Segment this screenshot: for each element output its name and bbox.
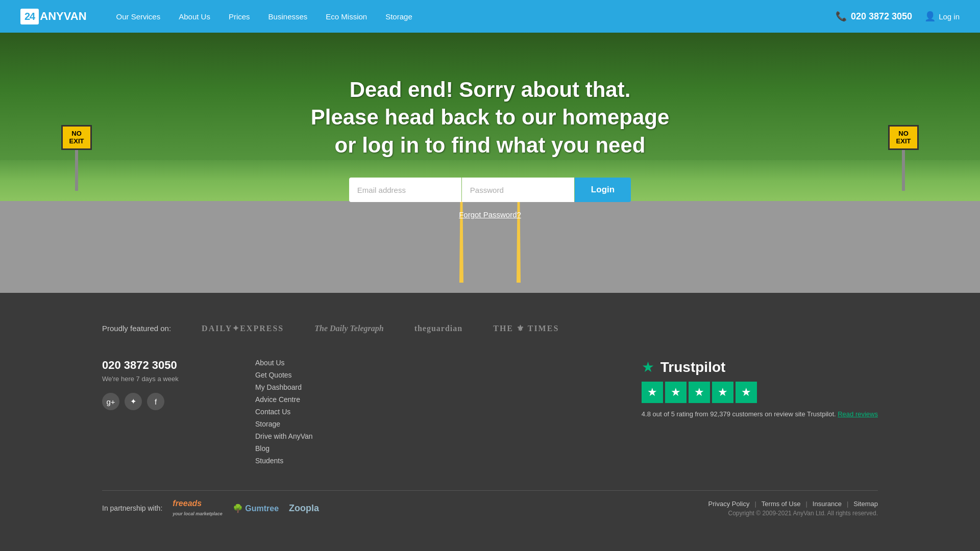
nav-about-us[interactable]: About Us <box>169 0 219 33</box>
nav-storage[interactable]: Storage <box>376 0 422 33</box>
logo[interactable]: 24 ANYVAN <box>20 9 87 24</box>
logo-box: 24 <box>20 9 39 24</box>
nav-eco-mission[interactable]: Eco Mission <box>316 0 376 33</box>
tp-star-1: ★ <box>642 382 663 403</box>
password-input[interactable] <box>462 178 574 202</box>
legal-links: Privacy Policy | Terms of Use | Insuranc… <box>708 500 878 508</box>
footer-link-drive[interactable]: Drive with AnyVan <box>255 432 313 440</box>
login-label: Log in <box>939 12 960 21</box>
trustpilot-name: Trustpilot <box>660 359 726 375</box>
user-icon: 👤 <box>924 11 936 22</box>
partner-area: In partnership with: freeadsyour local m… <box>102 499 319 517</box>
footer-link-dashboard[interactable]: My Dashboard <box>255 383 313 391</box>
press-times: THE ⚜ TIMES <box>493 323 559 333</box>
privacy-policy-link[interactable]: Privacy Policy <box>708 500 750 508</box>
featured-label: Proudly featured on: <box>102 324 171 333</box>
zoopla-logo: Zoopla <box>289 503 319 514</box>
footer-link-blog[interactable]: Blog <box>255 444 313 453</box>
freeads-logo: freeadsyour local marketplace <box>173 499 223 517</box>
terms-of-use-link[interactable]: Terms of Use <box>762 500 801 508</box>
login-button[interactable]: Login <box>575 178 631 202</box>
trustpilot-logo-star: ★ <box>642 359 654 375</box>
phone-area[interactable]: 📞 020 3872 3050 <box>836 11 912 22</box>
footer-phone: 020 3872 3050 <box>102 359 214 372</box>
hero-content: Dead end! Sorry about that. Please head … <box>301 76 680 219</box>
read-reviews-link[interactable]: Read reviews <box>838 410 878 418</box>
trustpilot-text: 4.8 out of 5 rating from 92,379 customer… <box>642 409 878 419</box>
email-input[interactable] <box>349 178 461 202</box>
tp-star-5: ★ <box>736 382 757 403</box>
footer-link-advice[interactable]: Advice Centre <box>255 395 313 404</box>
footer: Proudly featured on: DAILY✦EXPRESS The D… <box>0 293 980 525</box>
footer-link-quotes[interactable]: Get Quotes <box>255 371 313 379</box>
sign-right: NOEXIT <box>888 125 919 191</box>
insurance-link[interactable]: Insurance <box>813 500 842 508</box>
featured-bar: Proudly featured on: DAILY✦EXPRESS The D… <box>0 313 980 343</box>
sign-right-board: NOEXIT <box>888 125 919 150</box>
hero-title: Dead end! Sorry about that. Please head … <box>311 76 670 160</box>
footer-trustpilot: ★ Trustpilot ★ ★ ★ ★ ★ 4.8 out of 5 rati… <box>642 359 878 465</box>
forgot-password-link[interactable]: Forgot Password? <box>311 210 670 219</box>
sign-left-board: NOEXIT <box>61 125 92 150</box>
footer-link-contact[interactable]: Contact Us <box>255 408 313 416</box>
gumtree-logo: 🌳 Gumtree <box>233 504 279 513</box>
footer-bottom: In partnership with: freeadsyour local m… <box>0 491 980 525</box>
login-area[interactable]: 👤 Log in <box>924 11 960 22</box>
footer-legal: Privacy Policy | Terms of Use | Insuranc… <box>708 500 878 517</box>
trustpilot-stars: ★ ★ ★ ★ ★ <box>642 382 878 403</box>
header-right: 📞 020 3872 3050 👤 Log in <box>836 11 960 22</box>
footer-links: About Us Get Quotes My Dashboard Advice … <box>255 359 313 465</box>
hero-section: NOEXIT NOEXIT Dead end! Sorry about that… <box>0 33 980 293</box>
footer-hours: We're here 7 days a week <box>102 375 214 383</box>
twitter-icon[interactable]: ✦ <box>125 393 142 410</box>
login-form: Login <box>311 178 670 202</box>
sitemap-link[interactable]: Sitemap <box>853 500 878 508</box>
footer-link-students[interactable]: Students <box>255 457 313 465</box>
tp-star-4: ★ <box>712 382 733 403</box>
nav-our-services[interactable]: Our Services <box>107 0 170 33</box>
footer-main: 020 3872 3050 We're here 7 days a week g… <box>0 343 980 480</box>
sign-left-post <box>75 150 78 191</box>
press-guardian: theguardian <box>414 324 463 333</box>
tp-star-3: ★ <box>689 382 710 403</box>
header-phone: 020 3872 3050 <box>851 11 912 22</box>
google-plus-icon[interactable]: g+ <box>102 393 119 410</box>
nav-businesses[interactable]: Businesses <box>259 0 317 33</box>
facebook-icon[interactable]: f <box>147 393 164 410</box>
press-telegraph: The Daily Telegraph <box>314 324 383 333</box>
footer-left: 020 3872 3050 We're here 7 days a week g… <box>102 359 214 465</box>
logo-text: ANYVAN <box>40 10 86 23</box>
social-icons: g+ ✦ f <box>102 393 214 410</box>
sign-left: NOEXIT <box>61 125 92 191</box>
sign-right-post <box>902 150 905 191</box>
copyright: Copyright © 2009-2021 AnyVan Ltd. All ri… <box>708 510 878 517</box>
trustpilot-header: ★ Trustpilot <box>642 359 878 375</box>
footer-link-storage[interactable]: Storage <box>255 420 313 428</box>
main-nav: Our Services About Us Prices Businesses … <box>107 0 836 33</box>
press-express: DAILY✦EXPRESS <box>202 323 284 333</box>
tp-star-2: ★ <box>665 382 687 403</box>
nav-prices[interactable]: Prices <box>219 0 259 33</box>
phone-icon: 📞 <box>836 11 847 22</box>
footer-link-about[interactable]: About Us <box>255 359 313 367</box>
partner-label: In partnership with: <box>102 504 162 512</box>
header: 24 ANYVAN Our Services About Us Prices B… <box>0 0 980 33</box>
